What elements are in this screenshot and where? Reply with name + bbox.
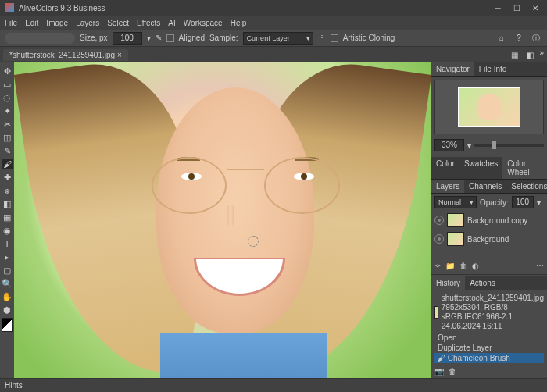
menubar: File Edit Image Layers Select Effects AI…	[0, 16, 547, 30]
tab-dock-icon[interactable]: ◧	[524, 48, 536, 61]
tab-close-icon[interactable]: ×	[117, 51, 122, 59]
heal-tool-icon[interactable]: ✚	[2, 172, 13, 183]
sample-select[interactable]: Current Layer	[243, 32, 313, 45]
history-date: 24.06.2024 16:11	[442, 322, 544, 331]
stepper-icon[interactable]: ▾	[147, 34, 151, 42]
maximize-button[interactable]: ☐	[509, 2, 524, 13]
tab-color-wheel[interactable]: Color Wheel	[502, 157, 547, 179]
shape-tool-icon[interactable]: ▢	[2, 265, 13, 276]
blur-tool-icon[interactable]: ◉	[2, 225, 13, 236]
tab-file-info[interactable]: File Info	[474, 62, 512, 76]
navigator-preview[interactable]	[434, 80, 544, 134]
options-bar: Size, px 100 ▾ ✎ Aligned Sample: Current…	[0, 30, 547, 47]
menu-select[interactable]: Select	[107, 19, 129, 27]
visibility-icon[interactable]	[434, 216, 444, 225]
gradient-tool-icon[interactable]: ▦	[2, 212, 13, 223]
transform-tool-icon[interactable]: ◫	[2, 132, 13, 143]
menu-effects[interactable]: Effects	[137, 19, 160, 27]
canvas[interactable]	[14, 62, 431, 378]
menu-edit[interactable]: Edit	[25, 19, 38, 27]
mask-icon[interactable]: ◐	[472, 262, 479, 270]
color-swatch[interactable]	[2, 318, 13, 332]
home-icon[interactable]: ⌂	[495, 32, 508, 45]
hints-label: Hints	[5, 381, 23, 390]
history-item-duplicate[interactable]: Duplicate Layer	[434, 343, 544, 353]
more-icon[interactable]: ⋯	[536, 262, 544, 270]
tab-view-icon[interactable]: ▦	[508, 48, 520, 61]
layer-actions: ✧ 📁 🗑 ◐ ⋯	[431, 259, 547, 273]
app-title: AliveColors 9.3 Business	[19, 4, 105, 12]
help-icon[interactable]: ?	[513, 32, 525, 45]
menu-image[interactable]: Image	[46, 19, 68, 27]
eraser-tool-icon[interactable]: ◧	[2, 198, 13, 209]
menu-workspace[interactable]: Workspace	[184, 19, 223, 27]
tab-color[interactable]: Color	[431, 157, 459, 179]
new-folder-icon[interactable]: 📁	[445, 262, 455, 270]
artistic-checkbox[interactable]	[331, 34, 338, 42]
chameleon-brush-tool-icon[interactable]: 🖌	[2, 159, 13, 169]
menu-layers[interactable]: Layers	[76, 19, 99, 27]
minimize-button[interactable]: ─	[491, 2, 505, 13]
text-tool-icon[interactable]: T	[2, 238, 13, 249]
tab-channels[interactable]: Channels	[464, 180, 506, 193]
tab-actions[interactable]: Actions	[465, 276, 500, 290]
tab-layers[interactable]: Layers	[431, 180, 464, 193]
aligned-label: Aligned	[179, 34, 205, 42]
move-tool-icon[interactable]: ✥	[2, 66, 13, 77]
lasso-tool-icon[interactable]: ◌	[2, 92, 13, 103]
layer-thumbnail	[447, 232, 464, 246]
menu-ai[interactable]: AI	[168, 19, 175, 27]
tab-navigator[interactable]: Navigator	[431, 62, 474, 76]
zoom-tool-icon[interactable]: 🔍	[2, 278, 13, 289]
opacity-input[interactable]: 100	[512, 196, 534, 208]
sample-settings-icon[interactable]: ⋮	[318, 34, 326, 42]
navigator-tabs: Navigator File Info	[431, 62, 547, 77]
history-dimensions: 7952x5304, RGB/8	[442, 303, 544, 312]
bucket-tool-icon[interactable]: ⬢	[2, 305, 13, 315]
history-file-info: shutterstock_2411259401.jpg 7952x5304, R…	[442, 294, 544, 331]
artistic-label: Artistic Cloning	[343, 34, 395, 42]
brush-preview[interactable]	[5, 33, 75, 44]
crop-tool-icon[interactable]: ✂	[2, 119, 13, 130]
layer-name: Background copy	[467, 216, 527, 225]
history-item-open[interactable]: Open	[434, 333, 544, 343]
zoom-slider[interactable]	[474, 144, 544, 147]
zoom-input[interactable]: 33%	[434, 139, 464, 151]
visibility-icon[interactable]	[434, 234, 444, 244]
magic-wand-tool-icon[interactable]: ✦	[2, 105, 13, 116]
new-layer-icon[interactable]: ✧	[434, 262, 441, 270]
document-tab[interactable]: *shutterstock_2411259401.jpg ×	[3, 49, 128, 61]
snapshot-icon[interactable]: 📷	[434, 367, 444, 376]
close-button[interactable]: ✕	[528, 2, 542, 13]
history-item-chameleon[interactable]: 🖌 Chameleon Brush	[434, 353, 544, 363]
statusbar: Hints	[0, 378, 547, 392]
stamp-tool-icon[interactable]: ⎈	[2, 185, 13, 196]
layer-row[interactable]: Background copy	[431, 211, 547, 230]
layer-row[interactable]: Background	[431, 230, 547, 248]
opacity-stepper-icon[interactable]: ▾	[537, 198, 541, 207]
pen-tool-icon[interactable]: ▸	[2, 251, 13, 262]
right-panel: Navigator File Info 33% ▾ Color Swatches…	[431, 62, 547, 378]
info-icon[interactable]: ⓘ	[530, 32, 542, 45]
tab-chevron-icon[interactable]: »	[539, 48, 544, 61]
trash-icon[interactable]: 🗑	[459, 262, 467, 270]
marquee-tool-icon[interactable]: ▭	[2, 79, 13, 90]
layers-tabs: Layers Channels Selections ≡	[431, 180, 547, 194]
aligned-checkbox[interactable]	[166, 34, 174, 42]
zoom-stepper-icon[interactable]: ▾	[467, 141, 471, 150]
tab-history[interactable]: History	[431, 276, 465, 290]
opacity-label: Opacity:	[480, 198, 509, 207]
blend-mode-select[interactable]: Normal	[434, 196, 477, 208]
navigator-thumbnail	[458, 87, 520, 127]
menu-help[interactable]: Help	[231, 19, 247, 27]
history-tabs: History Actions	[431, 276, 547, 290]
tab-swatches[interactable]: Swatches	[459, 157, 502, 179]
trash-icon[interactable]: 🗑	[449, 367, 456, 376]
hand-tool-icon[interactable]: ✋	[2, 291, 13, 302]
canvas-image	[14, 62, 431, 378]
tab-selections[interactable]: Selections	[506, 180, 547, 193]
size-input[interactable]: 100	[113, 32, 142, 45]
eyedropper-tool-icon[interactable]: ✎	[2, 145, 13, 156]
menu-file[interactable]: File	[5, 19, 17, 27]
brush-pen-icon[interactable]: ✎	[156, 34, 162, 42]
